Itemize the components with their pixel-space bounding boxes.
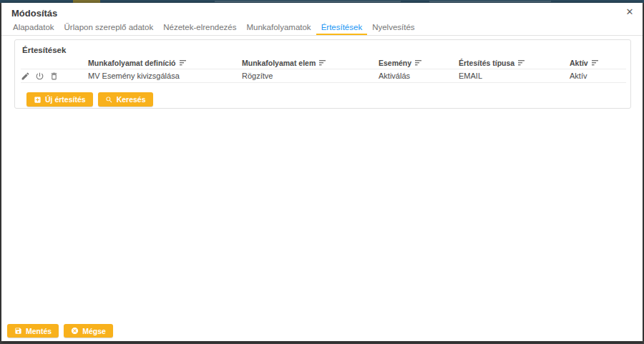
search-button-label: Keresés (117, 95, 146, 104)
dialog-tab-bar: Alapadatok Űrlapon szereplő adatok Nézet… (1, 20, 643, 36)
modify-dialog: Módosítás ✕ Alapadatok Űrlapon szereplő … (1, 3, 643, 341)
panel-title: Értesítések (15, 40, 630, 57)
plus-box-icon (34, 96, 42, 104)
column-header-label: Munkafolyamat definíció (88, 59, 176, 67)
cell-aktiv: Aktív (570, 72, 626, 80)
cell-ertesites-tipusa: EMAIL (459, 72, 570, 80)
cell-esemeny: Aktiválás (379, 72, 459, 80)
magnifier-icon (105, 96, 113, 104)
sort-icon[interactable] (592, 60, 599, 66)
notifications-table: Munkafolyamat definíció Munkafolyamat el… (15, 57, 630, 107)
circle-x-icon (71, 327, 79, 335)
column-header-label: Értesítés típusa (459, 59, 514, 67)
tab-alapadatok[interactable]: Alapadatok (8, 20, 59, 35)
power-toggle-icon[interactable] (35, 72, 44, 81)
column-header-esemeny: Esemény (379, 59, 459, 67)
floppy-disk-icon (14, 327, 22, 335)
column-header-label: Munkafolyamat elem (242, 59, 316, 67)
save-button-label: Mentés (26, 327, 52, 335)
tab-nyelvesites[interactable]: Nyelvesítés (367, 20, 419, 35)
tab-urlapon-szereplo-adatok[interactable]: Űrlapon szereplő adatok (59, 20, 159, 35)
cancel-button[interactable]: Mégse (64, 324, 113, 338)
tab-ertesitesek[interactable]: Értesítések (316, 20, 368, 35)
close-icon[interactable]: ✕ (624, 6, 635, 18)
new-notification-button[interactable]: Új értesítés (26, 92, 93, 107)
save-button[interactable]: Mentés (7, 324, 59, 338)
column-header-munkafolyamat-definicio: Munkafolyamat definíció (88, 59, 242, 67)
tab-munkafolyamatok[interactable]: Munkafolyamatok (242, 20, 316, 35)
trash-delete-icon[interactable] (49, 72, 59, 81)
background-header-dash (429, 1, 551, 2)
search-button[interactable]: Keresés (98, 92, 153, 107)
row-actions (21, 72, 88, 81)
column-header-label: Aktív (570, 59, 588, 67)
sort-icon[interactable] (518, 60, 525, 66)
cancel-button-label: Mégse (82, 327, 106, 335)
table-row: MV Esemény kivizsgálása Rögzítve Aktivál… (21, 69, 626, 83)
background-header-dash (215, 1, 401, 2)
dialog-footer-buttons: Mentés Mégse (7, 324, 113, 338)
cell-munkafolyamat-elem: Rögzítve (242, 72, 379, 80)
edit-pencil-icon[interactable] (21, 72, 30, 81)
table-header-row: Munkafolyamat definíció Munkafolyamat el… (21, 57, 626, 69)
cell-munkafolyamat-definicio: MV Esemény kivizsgálása (88, 72, 242, 80)
panel-button-row: Új értesítés Keresés (26, 92, 626, 107)
sort-icon[interactable] (319, 60, 326, 66)
sort-icon[interactable] (415, 60, 422, 66)
dialog-title: Módosítás (11, 8, 57, 19)
tab-nezetek-elrendezes[interactable]: Nézetek-elrendezés (158, 20, 241, 35)
column-header-label: Esemény (379, 59, 411, 67)
new-notification-label: Új értesítés (45, 95, 86, 104)
column-header-ertesites-tipusa: Értesítés típusa (459, 59, 570, 67)
notifications-panel: Értesítések Munkafolyamat definíció Munk… (14, 39, 631, 109)
column-header-munkafolyamat-elem: Munkafolyamat elem (242, 59, 379, 67)
column-header-aktiv: Aktív (570, 59, 626, 67)
sort-icon[interactable] (180, 60, 187, 66)
